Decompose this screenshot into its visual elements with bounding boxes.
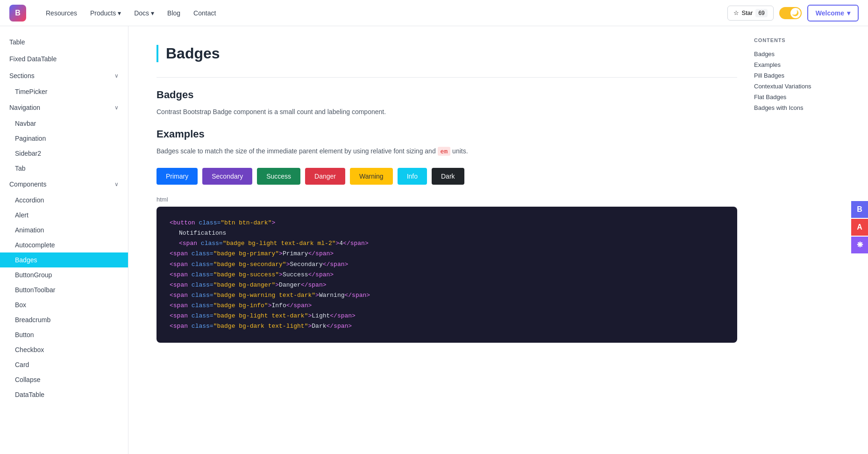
sidebar-item-box[interactable]: Box <box>0 297 128 312</box>
inline-code-em: em <box>438 147 451 156</box>
nav-contact[interactable]: Contact <box>188 6 221 21</box>
toc-item-pill-badges[interactable]: Pill Badges <box>754 70 857 81</box>
code-line: <span class="badge bg-secondary">Seconda… <box>170 259 724 270</box>
layout: Table Fixed DataTable Sections ∨ TimePic… <box>0 26 868 454</box>
toggle-knob: 🌙 <box>790 8 801 18</box>
page-title: Badges <box>166 45 737 62</box>
sidebar-item-badges[interactable]: Badges <box>0 252 128 267</box>
float-icons: B A ❋ <box>851 201 868 253</box>
badge-warning[interactable]: Warning <box>350 168 393 185</box>
code-line: <span class="badge bg-dark text-light">D… <box>170 321 724 331</box>
nav-docs[interactable]: Docs ▾ <box>128 6 160 21</box>
sidebar-section-sections[interactable]: Sections ∨ <box>0 67 128 84</box>
sidebar-section-components[interactable]: Components ∨ <box>0 176 128 193</box>
toc-item-badges[interactable]: Badges <box>754 49 857 59</box>
toc-item-badges-icons[interactable]: Badges with Icons <box>754 102 857 113</box>
code-line: Notifications <box>179 228 724 238</box>
toc-title: CONTENTS <box>754 37 857 43</box>
logo[interactable]: B <box>9 5 26 22</box>
nav-resources[interactable]: Resources <box>40 6 83 21</box>
examples-description: Badges scale to match the size of the im… <box>157 146 737 157</box>
sidebar-item-fixed-datatable[interactable]: Fixed DataTable <box>0 50 128 67</box>
sidebar-item-collapse[interactable]: Collapse <box>0 372 128 387</box>
code-line: <span class="badge bg-light text-dark">L… <box>170 311 724 321</box>
sidebar-item-timepicker[interactable]: TimePicker <box>0 84 128 99</box>
code-line: <span class="badge bg-success">Success</… <box>170 270 724 280</box>
code-block: <button class="btn btn-dark"> Notificati… <box>157 207 737 343</box>
sidebar-item-sidebar2[interactable]: Sidebar2 <box>0 146 128 161</box>
welcome-button[interactable]: Welcome ▾ <box>807 5 859 22</box>
badges-demo: Primary Secondary Success Danger Warning… <box>157 168 737 185</box>
examples-heading: Examples <box>157 128 737 140</box>
toc-item-contextual[interactable]: Contextual Variations <box>754 81 857 92</box>
badge-primary[interactable]: Primary <box>157 168 198 185</box>
sidebar-item-datatable[interactable]: DataTable <box>0 387 128 402</box>
sidebar-item-autocomplete[interactable]: Autocomplete <box>0 238 128 252</box>
float-icon-gear[interactable]: ❋ <box>851 237 868 253</box>
logo-icon: B <box>9 5 26 22</box>
sidebar-item-buttontoolbar[interactable]: ButtonToolbar <box>0 282 128 297</box>
star-count: 69 <box>755 9 767 17</box>
sidebar-section-label: Navigation <box>9 104 40 111</box>
code-line: <span class="badge bg-info">Info</span> <box>170 301 724 311</box>
sidebar-item-alert[interactable]: Alert <box>0 208 128 223</box>
code-line: <span class="badge bg-danger">Danger</sp… <box>170 280 724 290</box>
navbar: B Resources Products ▾ Docs ▾ Blog Conta… <box>0 0 868 26</box>
navbar-right: ☆ Star 69 🌙 Welcome ▾ <box>727 5 859 22</box>
badge-info[interactable]: Info <box>398 168 427 185</box>
toc-item-flat-badges[interactable]: Flat Badges <box>754 92 857 102</box>
divider <box>157 77 737 78</box>
badge-dark[interactable]: Dark <box>432 168 464 185</box>
sidebar-item-animation[interactable]: Animation <box>0 223 128 238</box>
sidebar-item-accordion[interactable]: Accordion <box>0 193 128 208</box>
code-line: <button class="btn btn-dark"> <box>170 218 724 228</box>
chevron-down-icon: ▾ <box>118 9 121 17</box>
badges-heading: Badges <box>157 89 737 101</box>
sidebar-section-label: Sections <box>9 72 35 79</box>
sidebar-item-navbar[interactable]: Navbar <box>0 116 128 131</box>
chevron-down-icon: ▾ <box>151 9 154 17</box>
sidebar-item-checkbox[interactable]: Checkbox <box>0 342 128 357</box>
chevron-down-icon: ∨ <box>114 104 119 111</box>
sidebar-item-button[interactable]: Button <box>0 327 128 342</box>
nav-blog[interactable]: Blog <box>162 6 186 21</box>
code-line: <span class="badge bg-warning text-dark"… <box>170 290 724 301</box>
sidebar-item-table[interactable]: Table <box>0 34 128 50</box>
toc-item-examples[interactable]: Examples <box>754 59 857 70</box>
star-icon: ☆ <box>733 9 739 16</box>
chevron-down-icon: ▾ <box>847 9 850 17</box>
table-of-contents: CONTENTS Badges Examples Pill Badges Con… <box>754 37 857 113</box>
page-title-container: Badges <box>157 45 737 62</box>
nav-links: Resources Products ▾ Docs ▾ Blog Contact <box>40 6 221 21</box>
chevron-down-icon: ∨ <box>114 181 119 187</box>
badge-secondary[interactable]: Secondary <box>202 168 252 185</box>
sidebar-item-tab[interactable]: Tab <box>0 161 128 176</box>
sidebar-section-label: Components <box>9 180 46 188</box>
badges-description: Contrast Bootstrap Badge component is a … <box>157 107 737 117</box>
code-line: <span class="badge bg-primary">Primary</… <box>170 249 724 259</box>
badge-danger[interactable]: Danger <box>305 168 345 185</box>
badge-success[interactable]: Success <box>257 168 300 185</box>
code-line: <span class="badge bg-light text-dark ml… <box>179 238 724 249</box>
star-button[interactable]: ☆ Star 69 <box>727 6 774 21</box>
sidebar-item-label: Table <box>9 38 25 46</box>
float-icon-a[interactable]: A <box>851 219 868 236</box>
sidebar-item-breadcrumb[interactable]: Breadcrumb <box>0 312 128 327</box>
sidebar-item-pagination[interactable]: Pagination <box>0 131 128 146</box>
sidebar: Table Fixed DataTable Sections ∨ TimePic… <box>0 26 128 454</box>
theme-toggle[interactable]: 🌙 <box>779 7 802 19</box>
sidebar-item-buttongroup[interactable]: ButtonGroup <box>0 267 128 282</box>
chevron-down-icon: ∨ <box>114 72 119 79</box>
sidebar-section-navigation[interactable]: Navigation ∨ <box>0 99 128 116</box>
star-label: Star <box>742 9 753 16</box>
float-icon-b[interactable]: B <box>851 201 868 218</box>
sidebar-item-card[interactable]: Card <box>0 357 128 372</box>
sidebar-item-label: Fixed DataTable <box>9 55 57 63</box>
welcome-label: Welcome <box>816 9 844 17</box>
code-label: html <box>157 196 737 203</box>
nav-products[interactable]: Products ▾ <box>85 6 127 21</box>
